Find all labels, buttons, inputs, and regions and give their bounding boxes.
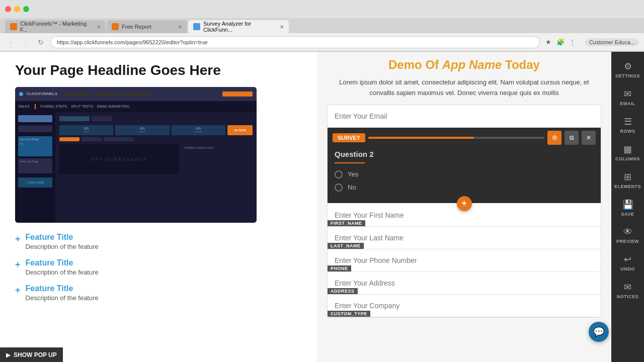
ss-analytics: FUNNEL ANALYTICS — [182, 144, 253, 174]
last-name-input[interactable] — [328, 227, 601, 249]
undo-icon: ↩ — [624, 254, 631, 265]
ss-analytics-label: FUNNEL ANALYTICS — [184, 146, 251, 149]
ss-success-page: Success Page 0% — [18, 136, 52, 156]
url-bar[interactable]: https://app.clickfunnels.com/pages/96522… — [50, 36, 540, 48]
tab-close-2[interactable]: ✕ — [178, 24, 182, 30]
browser-tab-1[interactable]: ClickFunnels™ - Marketing F... ✕ — [5, 20, 106, 33]
elements-label: ELEMENTS — [614, 184, 641, 189]
feature-content-1: Feature Title Description of the feature — [26, 233, 99, 250]
close-window-button[interactable] — [5, 6, 11, 12]
demo-heading-suffix: Today — [502, 58, 540, 71]
tabs-bar: ClickFunnels™ - Marketing F... ✕ Free Re… — [0, 18, 644, 33]
phone-field-wrapper: PHONE — [328, 249, 601, 272]
demo-heading: Demo Of App Name Today — [327, 57, 601, 72]
sidebar-item-email[interactable]: ✉ EMAIL — [611, 84, 644, 110]
screenshot-header: CLICKFUNNELS — [15, 87, 257, 101]
preview-icon: 👁 — [623, 227, 632, 237]
refresh-button[interactable]: ↻ — [35, 37, 46, 48]
show-popup-bar[interactable]: ▶ SHOW POP UP — [0, 347, 63, 362]
survey-progress-bar — [368, 137, 544, 139]
ss-nav-item — [95, 92, 120, 96]
tab-label-3: Survey Analyzer for ClickFunn... — [203, 21, 277, 33]
ss-add-page: + ADD PAGE — [18, 177, 52, 188]
account-label[interactable]: Customer Educa... — [585, 38, 639, 46]
maximize-window-button[interactable] — [23, 6, 29, 12]
feature-title-1: Feature Title — [26, 233, 99, 242]
feature-list: + Feature Title Description of the featu… — [15, 233, 302, 302]
extension-icon[interactable]: 🧩 — [556, 38, 565, 47]
feature-content-2: Feature Title Description of the feature — [26, 258, 99, 276]
sidebar-item-rows[interactable]: ☰ ROWS — [611, 112, 644, 138]
survey-copy-btn[interactable]: ⧉ — [565, 131, 579, 145]
page-headline: Your Page Headline Goes Here — [15, 62, 302, 79]
app-screenshot-box: CLICKFUNNELS SALES FUNNEL STEPS SPLIT TE… — [15, 87, 257, 223]
survey-settings-btn[interactable]: ⚙ — [547, 131, 561, 145]
bookmark-icon[interactable]: ★ — [544, 38, 553, 47]
sidebar-item-undo[interactable]: ↩ UNDO — [611, 250, 644, 276]
survey-delete-btn[interactable]: ✕ — [582, 131, 596, 145]
elements-icon: ⊞ — [624, 171, 631, 183]
last-name-badge: LAST_NAME — [328, 243, 364, 249]
feature-plus-icon-2: + — [15, 259, 21, 270]
sidebar-item-save[interactable]: 💾 SAVE — [611, 195, 644, 221]
menu-icon[interactable]: ⋮ — [568, 38, 577, 47]
ss-sub-nav-item — [82, 137, 102, 141]
ss-header-logo — [19, 92, 23, 96]
screenshot-content: 0% visits 0% opt-ins 0% revenue ACTION — [55, 112, 257, 223]
ss-action-btn: ACTION — [227, 125, 253, 135]
ss-page-preview: APP SCREENSHOT — [59, 144, 179, 174]
survey-radio-yes[interactable] — [335, 170, 343, 178]
tab-favicon-3 — [193, 23, 200, 30]
tab-favicon-1 — [10, 23, 17, 30]
ss-stats-row: 0% visits 0% opt-ins 0% revenue ACTION — [59, 125, 253, 135]
ss-sub-nav-item — [104, 137, 134, 141]
survey-option-no[interactable]: No — [335, 184, 594, 192]
add-element-btn[interactable]: + — [457, 196, 472, 211]
survey-section: SURVEY ⚙ ⧉ ✕ Question 2 — [328, 128, 601, 203]
sidebar-item-notices[interactable]: ✉ NOTICES — [611, 278, 644, 303]
sidebar-item-columns[interactable]: ▦ COLUMNS — [611, 140, 644, 165]
tab-close-3[interactable]: ✕ — [280, 24, 284, 30]
feature-title-2: Feature Title — [26, 258, 99, 267]
ss-content-box — [92, 116, 112, 121]
tab-close-1[interactable]: ✕ — [97, 24, 101, 30]
tab-favicon-2 — [112, 23, 119, 30]
survey-option-yes[interactable]: Yes — [335, 170, 594, 178]
survey-header: SURVEY ⚙ ⧉ ✕ — [328, 128, 601, 148]
ss-sub-nav-active — [59, 137, 79, 141]
sidebar-item-elements[interactable]: ⊞ ELEMENTS — [611, 167, 644, 193]
survey-option-yes-label: Yes — [348, 170, 358, 178]
phone-input[interactable] — [328, 249, 601, 272]
back-button[interactable]: ‹ — [5, 37, 16, 48]
form-area: SURVEY ⚙ ⧉ ✕ Question 2 — [327, 105, 601, 318]
demo-heading-prefix: Demo Of — [388, 58, 442, 71]
ss-page-thumb: APP SCREENSHOT — [59, 144, 179, 174]
settings-icon: ⚙ — [624, 61, 632, 72]
notices-label: NOTICES — [617, 294, 639, 299]
feature-plus-icon-1: + — [15, 234, 21, 244]
email-input[interactable] — [328, 105, 601, 127]
address-field-wrapper: ADDRESS — [328, 272, 601, 295]
survey-radio-no[interactable] — [335, 184, 343, 192]
rows-label: ROWS — [620, 129, 635, 134]
feature-plus-icon-3: + — [15, 285, 21, 296]
columns-label: COLUMNS — [615, 156, 640, 161]
browser-tab-2[interactable]: Free Report ✕ — [107, 20, 187, 33]
chat-button[interactable]: 💬 — [589, 322, 609, 342]
company-badge: CUSTOM_TYPE — [328, 311, 370, 317]
feature-item-1: + Feature Title Description of the featu… — [15, 233, 302, 250]
traffic-lights — [5, 6, 29, 12]
forward-button[interactable]: › — [20, 37, 31, 48]
browser-tab-3[interactable]: Survey Analyzer for ClickFunn... ✕ — [188, 20, 289, 33]
sidebar-item-settings[interactable]: ⚙ SETTINGS — [611, 57, 644, 82]
survey-tools: ⚙ ⧉ ✕ — [547, 131, 596, 145]
feature-item-2: + Feature Title Description of the featu… — [15, 258, 302, 276]
main-layout: Your Page Headline Goes Here CLICKFUNNEL… — [0, 52, 644, 362]
email-label: EMAIL — [620, 101, 635, 106]
address-input[interactable] — [328, 272, 601, 294]
ss-analytics-box: FUNNEL ANALYTICS — [182, 144, 253, 168]
minimize-window-button[interactable] — [14, 6, 20, 12]
phone-badge: PHONE — [328, 265, 351, 272]
ss-sidebar-item — [18, 125, 52, 132]
sidebar-item-preview[interactable]: 👁 PREVIEW — [611, 223, 644, 248]
